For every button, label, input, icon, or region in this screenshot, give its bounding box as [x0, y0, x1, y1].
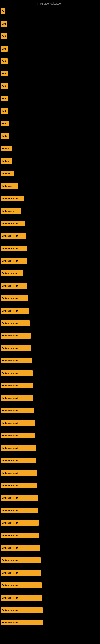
- bar-label: Bottleneck result: [2, 235, 18, 237]
- bar-item: Bottleneck result: [1, 558, 41, 563]
- bar-item: Bottleneck result: [1, 495, 38, 501]
- bar-label: Bottleneck result: [2, 609, 18, 612]
- bar-row: Bottleneck result: [1, 304, 100, 317]
- bar-item: Bott: [1, 121, 9, 126]
- bar-row: Bott: [1, 117, 100, 130]
- bar-item: Bottleneck result: [1, 508, 38, 513]
- bar-label: Bottleneck result: [2, 572, 18, 574]
- bar-label: Bottleneck result: [2, 347, 18, 349]
- bar-label: Bottleneck result: [2, 522, 18, 524]
- bar-item: Bottleneck result: [1, 482, 37, 488]
- bar-label: Bott: [2, 85, 6, 87]
- bar-label: Bottleneck result: [2, 247, 18, 250]
- bar-item: Bottleneck result: [1, 296, 28, 301]
- bar-row: Bottleneck result: [1, 379, 100, 392]
- bar-label: Bott: [2, 60, 6, 62]
- bar-label: Bottlenec: [2, 172, 11, 175]
- bar-label: Bott: [2, 98, 6, 100]
- bar-item: Bottlen: [1, 146, 12, 151]
- bar-label: Bott: [2, 122, 6, 125]
- bar-row: Bottleneck result: [1, 442, 100, 454]
- bar-label: Bottleneck result: [2, 497, 18, 499]
- bar-row: Bottleneck result: [1, 616, 100, 629]
- bar-row: Bott: [1, 55, 100, 68]
- bar-label: Bottleneck result: [2, 509, 18, 512]
- bar-item: Bottleneck result: [1, 433, 35, 438]
- bar-row: Bottleneck result: [1, 429, 100, 442]
- bar-label: Bott: [2, 23, 6, 25]
- bar-row: Bottleneck result: [1, 292, 100, 304]
- bar-item: Bott: [1, 96, 8, 102]
- bar-row: Bottleneck result: [1, 479, 100, 492]
- bar-row: Bott: [1, 42, 100, 55]
- bar-label: Bottleneck result: [2, 372, 18, 374]
- bar-row: Bottleneck result: [1, 566, 100, 579]
- bar-item: Bottleneck result: [1, 445, 36, 451]
- bar-label: Bottleneck result: [2, 460, 18, 462]
- bar-label: Bottleneck result: [2, 285, 18, 287]
- bar-label: Bottleneck result: [2, 322, 18, 324]
- bar-item: Bottle: [1, 133, 9, 139]
- bar-row: Bottleneck result: [1, 254, 100, 267]
- bar-label: Bottleneck result: [2, 384, 18, 387]
- bar-item: Bott: [1, 58, 8, 64]
- bar-row: Bottleneck result: [1, 542, 100, 554]
- bar-item: Bottlenec: [1, 171, 14, 176]
- bar-item: Bottleneck result: [1, 420, 35, 426]
- bar-label: Bottleneck result: [2, 397, 18, 399]
- bar-item: Bottleneck result: [1, 345, 31, 351]
- bar-label: Bottleneck result: [2, 472, 18, 474]
- bar-label: Bottleneck r: [2, 185, 13, 187]
- bar-label: Bottleneck result: [2, 360, 18, 362]
- bar-row: Bottleneck result: [1, 467, 100, 479]
- bar-label: Bottleneck result: [2, 559, 18, 562]
- bar-item: Bottleneck result: [1, 308, 29, 314]
- bar-item: Bottleneck result: [1, 233, 26, 239]
- bar-label: Bottleneck result: [2, 584, 18, 586]
- bar-row: Bottlenec: [1, 167, 100, 180]
- bar-item: Bo: [1, 8, 5, 14]
- bar-row: Bottle: [1, 130, 100, 142]
- bar-row: Bottleneck result: [1, 280, 100, 292]
- bar-item: Bottleneck result: [1, 470, 37, 476]
- bar-item: Bott: [1, 21, 7, 26]
- bar-row: Bottleneck result: [1, 242, 100, 254]
- bar-label: Bott: [2, 48, 6, 50]
- bar-row: Bottleneck result: [1, 404, 100, 417]
- bar-item: Bott: [1, 34, 7, 39]
- bar-label: Bottleneck result: [2, 335, 18, 337]
- bar-item: Bottleneck result: [1, 246, 27, 251]
- bar-label: Bottleneck result: [2, 198, 18, 200]
- bar-item: Bottleneck result: [1, 220, 25, 226]
- bar-row: Bottleneck result: [1, 592, 100, 604]
- bar-row: Bottleneck result: [1, 504, 100, 516]
- bar-row: Bottleneck result: [1, 492, 100, 504]
- bar-item: Bottleneck resu: [1, 270, 23, 276]
- bar-row: Bottlen: [1, 142, 100, 155]
- bar-item: Bottleneck result: [1, 607, 43, 613]
- bar-label: Bottleneck result: [2, 434, 18, 437]
- bar-row: Bo: [1, 5, 100, 18]
- bar-row: Bottleneck result: [1, 317, 100, 330]
- bar-item: Bottleneck result: [1, 408, 34, 413]
- bar-item: Bott: [1, 108, 8, 114]
- bar-item: Bottleneck result: [1, 395, 33, 401]
- bar-item: Bottleneck result: [1, 283, 27, 288]
- bar-label: Bott: [2, 110, 6, 112]
- bar-label: Bottleneck result: [2, 260, 18, 262]
- bar-row: Bottleneck result: [1, 604, 100, 616]
- bar-row: Bottleneck re: [1, 205, 100, 217]
- bar-row: Bottleneck r: [1, 180, 100, 192]
- bar-row: Bottleneck result: [1, 217, 100, 230]
- bar-row: Bott: [1, 68, 100, 80]
- bar-label: Bott: [2, 35, 6, 38]
- bar-row: Bott: [1, 18, 100, 30]
- bar-label: Bottleneck result: [2, 622, 18, 624]
- bar-label: Bottlen: [2, 160, 9, 162]
- bar-row: Bottleneck result: [1, 354, 100, 367]
- bar-item: Bottleneck result: [1, 320, 30, 326]
- bar-label: Bottleneck result: [2, 484, 18, 486]
- bar-row: Bottleneck result: [1, 392, 100, 404]
- bar-item: Bottleneck result: [1, 370, 33, 376]
- bar-row: Bottleneck result: [1, 454, 100, 467]
